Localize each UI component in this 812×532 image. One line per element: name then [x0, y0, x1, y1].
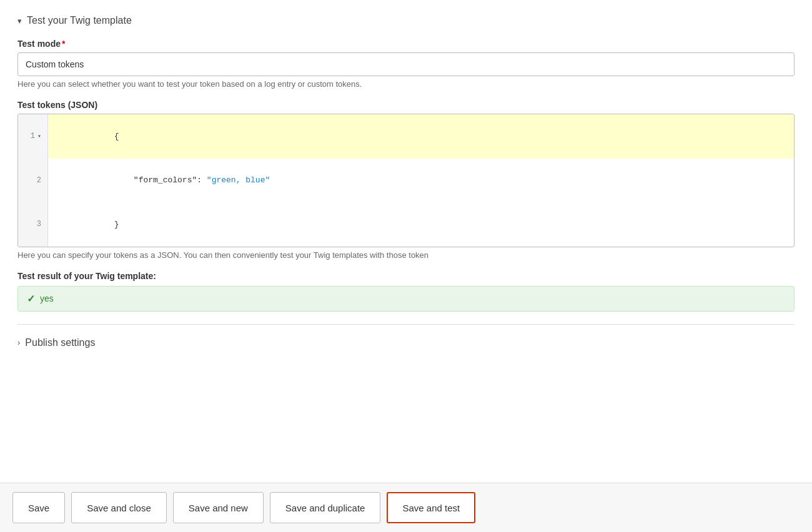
main-content: ▾ Test your Twig template Test mode* Her… — [0, 0, 812, 483]
publish-section-header[interactable]: › Publish settings — [17, 337, 795, 348]
check-icon: ✓ — [27, 293, 35, 305]
code-line-1: 1 ▾ { — [18, 114, 794, 159]
test-result-value: yes — [40, 293, 54, 303]
test-mode-label-text: Test mode — [17, 39, 61, 49]
line-arrow-1: ▾ — [37, 132, 41, 140]
save-new-button[interactable]: Save and new — [173, 492, 264, 523]
line-gutter-3: 3 — [18, 202, 48, 247]
publish-section-title: Publish settings — [25, 337, 95, 348]
twig-section-title: Test your Twig template — [27, 15, 132, 26]
footer-bar: Save Save and close Save and new Save an… — [0, 483, 812, 532]
collapse-icon[interactable]: ▾ — [17, 16, 22, 26]
line-number-3: 3 — [37, 220, 41, 229]
save-close-button[interactable]: Save and close — [71, 492, 167, 523]
test-tokens-label: Test tokens (JSON) — [17, 100, 795, 110]
test-mode-field-group: Test mode* Here you can select whether y… — [17, 39, 795, 89]
test-result-group: Test result of your Twig template: ✓ yes — [17, 271, 795, 312]
code-content-3: } — [48, 202, 794, 247]
required-star: * — [62, 39, 65, 49]
expand-icon[interactable]: › — [17, 338, 20, 347]
twig-section-header[interactable]: ▾ Test your Twig template — [17, 15, 795, 26]
code-brace-close: } — [114, 220, 119, 229]
test-mode-label: Test mode* — [17, 39, 795, 49]
test-result-box: ✓ yes — [17, 286, 795, 312]
code-key: "form_colors": — [114, 175, 207, 185]
code-editor[interactable]: 1 ▾ { 2 "form_colors": "green, blue" — [17, 114, 795, 247]
code-line-3: 3 } — [18, 202, 794, 247]
test-tokens-field-group: Test tokens (JSON) 1 ▾ { 2 — [17, 100, 795, 260]
line-gutter-2: 2 — [18, 159, 48, 203]
save-button[interactable]: Save — [12, 492, 65, 523]
line-number-2: 2 — [37, 176, 41, 185]
code-content-1: { — [48, 114, 794, 159]
test-tokens-help: Here you can specify your tokens as a JS… — [17, 250, 795, 260]
code-string-value: "green, blue" — [207, 175, 270, 185]
code-line-2: 2 "form_colors": "green, blue" — [18, 159, 794, 203]
code-content-2: "form_colors": "green, blue" — [48, 159, 794, 203]
section-divider — [17, 324, 795, 325]
test-result-label: Test result of your Twig template: — [17, 271, 795, 281]
save-test-button[interactable]: Save and test — [387, 492, 475, 523]
test-mode-input[interactable] — [17, 52, 795, 76]
page-container: ▾ Test your Twig template Test mode* Her… — [0, 0, 812, 532]
line-number-1: 1 — [31, 132, 35, 140]
line-gutter-1: 1 ▾ — [18, 114, 48, 159]
code-brace-open: { — [114, 132, 119, 141]
test-mode-help: Here you can select whether you want to … — [17, 79, 795, 89]
save-duplicate-button[interactable]: Save and duplicate — [270, 492, 381, 523]
